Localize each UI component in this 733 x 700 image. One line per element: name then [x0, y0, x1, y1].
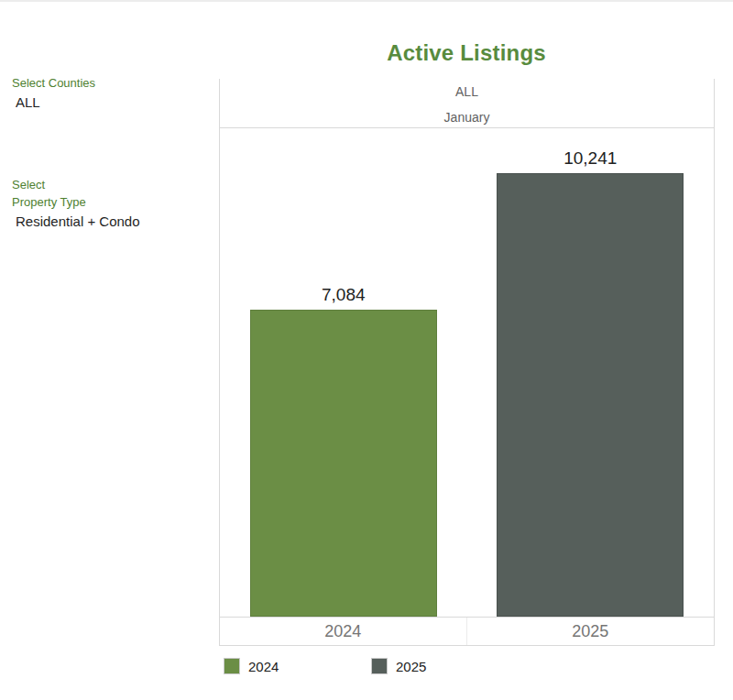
- legend-swatch-2024: [224, 658, 240, 674]
- bar-slot-2025: 10,241: [467, 128, 715, 617]
- x-axis-label-2024: 2024: [220, 618, 467, 645]
- property-type-filter-value[interactable]: Residential + Condo: [12, 213, 140, 231]
- chart-header-month: January: [220, 111, 714, 124]
- property-type-filter-label-line1: Select: [12, 176, 140, 193]
- legend-label-2024: 2024: [248, 659, 279, 674]
- active-listings-chart: ALL January 7,084 10,241 2024 2025: [219, 79, 715, 646]
- counties-filter-label: Select Counties: [12, 74, 95, 92]
- legend-item-2024: 2024: [224, 658, 279, 674]
- x-axis-label-2025: 2025: [467, 618, 715, 645]
- bar-slot-2024: 7,084: [220, 128, 467, 617]
- counties-filter-value[interactable]: ALL: [12, 93, 95, 112]
- property-type-filter-label-line2: Property Type: [12, 193, 140, 211]
- legend-label-2025: 2025: [396, 659, 426, 674]
- chart-header-counties: ALL: [220, 85, 714, 98]
- counties-filter: Select Counties ALL: [12, 74, 95, 112]
- property-type-filter: Select Property Type Residential + Condo: [12, 176, 140, 231]
- plot-area: 7,084 10,241: [220, 128, 714, 618]
- bar-2025[interactable]: [497, 173, 684, 617]
- card-top-edge: [0, 0, 733, 2]
- bar-value-2025: 10,241: [563, 148, 617, 169]
- legend-swatch-2025: [371, 658, 388, 674]
- page-title: Active Listings: [219, 40, 714, 66]
- legend-item-2025: 2025: [371, 658, 426, 674]
- chart-header: ALL January: [220, 79, 714, 128]
- bar-value-2024: 7,084: [322, 285, 366, 305]
- bar-2024[interactable]: [250, 310, 437, 617]
- x-axis: 2024 2025: [220, 618, 714, 646]
